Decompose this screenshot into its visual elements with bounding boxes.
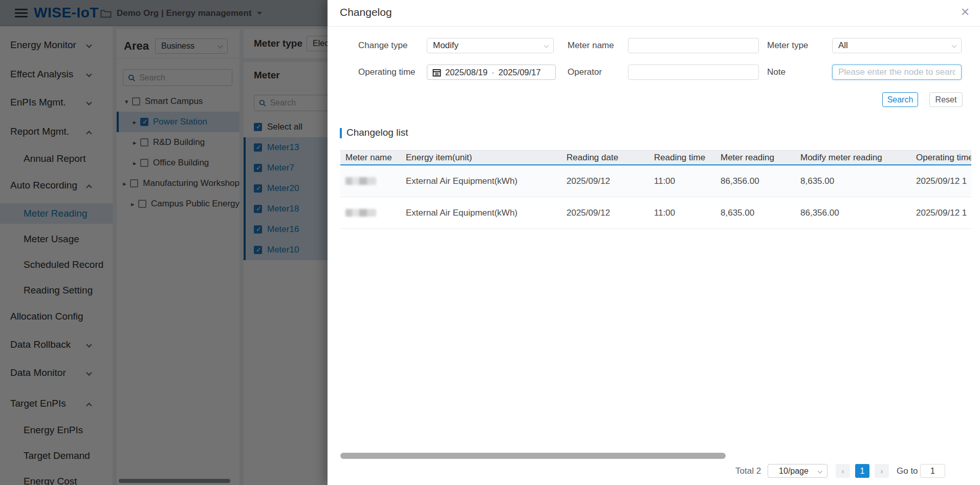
operating-time-range[interactable]: 2025/08/19 - 2025/09/17 xyxy=(427,65,556,80)
col-reading-time: Reading time xyxy=(654,151,721,164)
date-from[interactable]: 2025/08/19 xyxy=(445,68,488,77)
meter-name-input[interactable] xyxy=(628,38,759,53)
meter-name-label: Meter name xyxy=(568,38,614,53)
operator-label: Operator xyxy=(568,65,602,80)
chevron-down-icon xyxy=(544,43,549,48)
change-type-select[interactable]: Modify xyxy=(427,38,554,53)
reset-button[interactable]: Reset xyxy=(929,92,963,107)
page-size-select[interactable]: 10/page xyxy=(768,464,827,478)
col-reading-date: Reading date xyxy=(567,151,654,164)
page-1-button[interactable]: 1 xyxy=(855,464,869,478)
calendar-icon xyxy=(432,68,441,77)
modal-title: Changelog xyxy=(340,6,392,18)
change-type-label: Change type xyxy=(358,38,407,53)
col-operating-time: Operating time xyxy=(916,151,971,164)
redacted-meter-name xyxy=(345,177,376,185)
divider xyxy=(328,26,980,27)
note-input[interactable] xyxy=(832,65,962,80)
horizontal-scrollbar[interactable] xyxy=(340,453,726,459)
col-energy-item: Energy item(unit) xyxy=(406,151,567,164)
goto-page-input[interactable] xyxy=(920,464,945,478)
close-icon[interactable]: ✕ xyxy=(957,4,973,20)
operator-input[interactable] xyxy=(628,65,759,80)
table-header-row: Meter name Energy item(unit) Reading dat… xyxy=(340,150,971,165)
goto-label: Go to xyxy=(897,464,918,478)
date-separator: - xyxy=(492,68,495,77)
app-root: WISE-IoT Demo Org | Energy management En… xyxy=(0,0,980,485)
prev-page-button[interactable]: ‹ xyxy=(836,464,850,478)
col-modify-meter-reading: Modify meter reading xyxy=(800,151,916,164)
meter-type-filter-label: Meter type xyxy=(767,38,808,53)
meter-type-select[interactable]: All xyxy=(832,38,962,53)
chevron-down-icon xyxy=(818,469,823,474)
redacted-meter-name xyxy=(345,209,376,217)
next-page-button[interactable]: › xyxy=(875,464,889,478)
operating-time-label: Operating time xyxy=(358,65,416,80)
chevron-down-icon xyxy=(952,43,957,48)
col-meter-name: Meter name xyxy=(340,151,406,164)
changelog-table: Meter name Energy item(unit) Reading dat… xyxy=(340,150,971,237)
col-meter-reading: Meter reading xyxy=(721,151,800,164)
table-row[interactable]: External Air Equipment(kWh) 2025/09/12 1… xyxy=(340,165,971,197)
changelog-list-title: Changelog list xyxy=(346,127,408,138)
note-label: Note xyxy=(767,65,786,80)
search-button[interactable]: Search xyxy=(882,92,918,107)
date-to[interactable]: 2025/09/17 xyxy=(498,68,541,77)
changelog-modal: Changelog ✕ Change type Modify Meter nam… xyxy=(328,0,980,485)
section-accent-bar xyxy=(340,128,342,138)
table-row[interactable]: External Air Equipment(kWh) 2025/09/12 1… xyxy=(340,197,971,229)
pagination-total: Total 2 xyxy=(735,464,761,478)
